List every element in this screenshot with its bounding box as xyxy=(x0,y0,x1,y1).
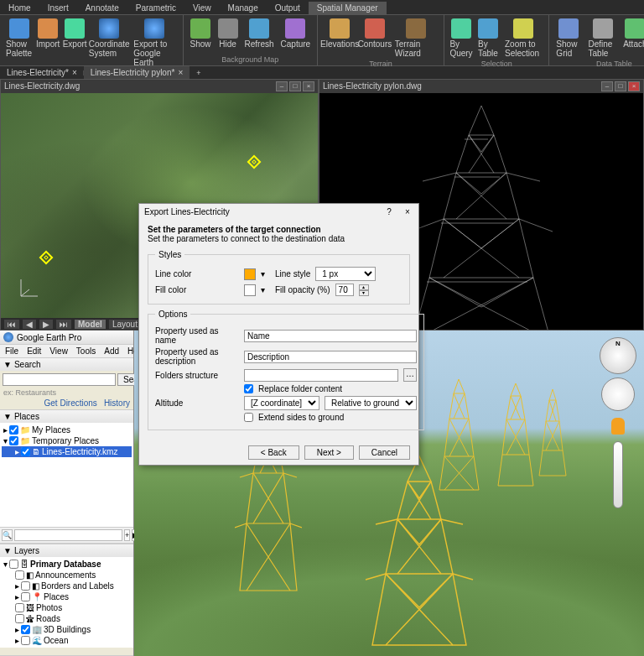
vp-nav-prev[interactable]: ◀ xyxy=(23,320,36,329)
group-label-datatable: Data Table xyxy=(553,60,644,68)
prop-desc-input[interactable] xyxy=(244,351,417,363)
line-color-swatch[interactable] xyxy=(244,268,256,280)
tab-view[interactable]: View xyxy=(184,2,220,14)
menu-tools[interactable]: Tools xyxy=(73,346,99,357)
vp-nav-next[interactable]: ▶ xyxy=(39,320,53,329)
help-button[interactable]: ? xyxy=(383,207,395,216)
show-grid-button[interactable]: Show Grid xyxy=(553,17,584,60)
dropdown-icon[interactable]: ▾ xyxy=(261,285,265,294)
export-ge-button[interactable]: Export to Google Earth xyxy=(130,17,179,69)
attach-button[interactable]: Attach xyxy=(621,17,644,60)
dropdown-icon[interactable]: ▾ xyxy=(261,269,265,279)
close-icon[interactable]: × xyxy=(72,68,77,77)
contours-button[interactable]: Contours xyxy=(358,17,392,60)
tab-spatial-manager[interactable]: Spatial Manager xyxy=(309,2,387,14)
ge-pan-control[interactable] xyxy=(601,377,635,411)
bg-hide-button[interactable]: Hide xyxy=(215,17,242,55)
minimize-button[interactable]: – xyxy=(601,81,613,91)
bg-show-button[interactable]: Show xyxy=(187,17,215,55)
doc-tab-2[interactable]: Lines-Electricity pylon*× xyxy=(84,66,190,79)
next-button[interactable]: Next > xyxy=(304,445,354,460)
pylon-marker[interactable] xyxy=(247,155,262,169)
fill-opacity-input[interactable] xyxy=(335,284,354,296)
close-icon[interactable]: × xyxy=(178,68,183,77)
places-temp[interactable]: ▾📁Temporary Places xyxy=(2,435,132,446)
ge-compass[interactable] xyxy=(600,337,636,374)
by-table-button[interactable]: By Table xyxy=(475,17,501,60)
tb-add-icon[interactable]: + xyxy=(124,529,130,541)
pegman-icon[interactable] xyxy=(611,418,625,435)
folders-input[interactable] xyxy=(244,369,398,382)
vp-nav-first[interactable]: ⏮ xyxy=(4,320,19,329)
places-section-header[interactable]: ▼Places xyxy=(0,410,133,423)
close-button[interactable]: × xyxy=(402,207,413,216)
line-style-select[interactable]: 1 px xyxy=(315,267,376,281)
folder-icon: 📁 xyxy=(20,436,30,445)
layer-ocean[interactable]: ▸🌊Ocean xyxy=(2,635,132,646)
ge-zoom-slider[interactable] xyxy=(613,441,623,508)
history-link[interactable]: History xyxy=(104,398,130,408)
elevations-button[interactable]: Elevations xyxy=(321,17,358,60)
places-kmz[interactable]: ▸🗎Lines-Electricity.kmz xyxy=(2,446,132,457)
search-section-header[interactable]: ▼Search xyxy=(0,358,133,371)
show-palette-button[interactable]: Show Palette xyxy=(3,17,34,69)
extend-checkbox[interactable] xyxy=(244,413,253,422)
terrain-wizard-button[interactable]: Terrain Wizard xyxy=(392,17,440,60)
tab-output[interactable]: Output xyxy=(267,2,309,14)
search-input[interactable] xyxy=(3,373,116,386)
bg-capture-button[interactable]: Capture xyxy=(278,17,314,55)
layers-section-header[interactable]: ▼Layers xyxy=(0,544,133,557)
pylon-marker[interactable] xyxy=(39,251,54,265)
coord-system-button[interactable]: Coordinate System xyxy=(88,17,130,69)
layer-roads[interactable]: 🛣Roads xyxy=(2,613,132,624)
altitude-select[interactable]: [Z coordinate] xyxy=(244,396,319,410)
dialog-heading: Set the parameters of the target connect… xyxy=(148,225,410,234)
menu-add[interactable]: Add xyxy=(101,346,122,357)
menu-file[interactable]: File xyxy=(2,346,22,357)
spinner-down[interactable]: ▾ xyxy=(359,290,369,296)
define-table-button[interactable]: Define Table xyxy=(585,17,622,60)
export-button[interactable]: Export xyxy=(61,17,88,69)
places-filter[interactable] xyxy=(14,529,122,541)
spinner-up[interactable]: ▴ xyxy=(359,284,369,290)
fill-color-swatch[interactable] xyxy=(244,284,256,296)
tab-insert[interactable]: Insert xyxy=(39,2,77,14)
chevron-down-icon: ▼ xyxy=(3,412,12,421)
tab-annotate[interactable]: Annotate xyxy=(77,2,127,14)
minimize-button[interactable]: – xyxy=(276,81,288,91)
browse-button[interactable]: … xyxy=(403,368,417,382)
zoom-selection-button[interactable]: Zoom to Selection xyxy=(501,17,545,60)
cancel-button[interactable]: Cancel xyxy=(359,445,410,460)
tb-search-icon[interactable]: 🔍 xyxy=(2,529,13,541)
layer-announcements[interactable]: ◧Announcements xyxy=(2,570,132,581)
layer-3d-buildings[interactable]: ▸🏢3D Buildings xyxy=(2,624,132,635)
layer-places[interactable]: ▸📍Places xyxy=(2,591,132,602)
places-my-places[interactable]: ▸📁My Places xyxy=(2,424,132,435)
back-button[interactable]: < Back xyxy=(248,445,299,460)
layer-primary-db[interactable]: ▾🗄Primary Database xyxy=(2,559,132,570)
menu-edit[interactable]: Edit xyxy=(23,346,44,357)
doc-tab-1[interactable]: Lines-Electricity*× xyxy=(0,66,84,79)
tab-home[interactable]: Home xyxy=(0,2,39,14)
tab-parametric[interactable]: Parametric xyxy=(127,2,184,14)
tab-manage[interactable]: Manage xyxy=(220,2,267,14)
maximize-button[interactable]: □ xyxy=(615,81,626,91)
maximize-button[interactable]: □ xyxy=(289,81,301,91)
altitude-ref-select[interactable]: Relative to ground xyxy=(325,396,417,410)
close-button[interactable]: × xyxy=(628,81,640,91)
get-directions-link[interactable]: Get Directions xyxy=(44,398,97,408)
layer-borders[interactable]: ▸◧Borders and Labels xyxy=(2,581,132,591)
ribbon-group-selection: By Query By Table Zoom to Selection Sele… xyxy=(444,15,549,65)
tab-model[interactable]: Model xyxy=(75,320,106,329)
search-hint: ex: Restaurants xyxy=(0,388,133,397)
replace-checkbox[interactable] xyxy=(244,384,253,393)
prop-name-input[interactable] xyxy=(244,330,417,342)
menu-view[interactable]: View xyxy=(46,346,71,357)
doc-tab-add[interactable]: + xyxy=(190,66,207,79)
layer-photos[interactable]: 🖼Photos xyxy=(2,602,132,613)
vp-nav-last[interactable]: ⏭ xyxy=(56,320,71,329)
by-query-button[interactable]: By Query xyxy=(448,17,475,60)
close-button[interactable]: × xyxy=(303,81,314,91)
import-button[interactable]: Import xyxy=(34,17,61,69)
bg-refresh-button[interactable]: Refresh xyxy=(242,17,278,55)
